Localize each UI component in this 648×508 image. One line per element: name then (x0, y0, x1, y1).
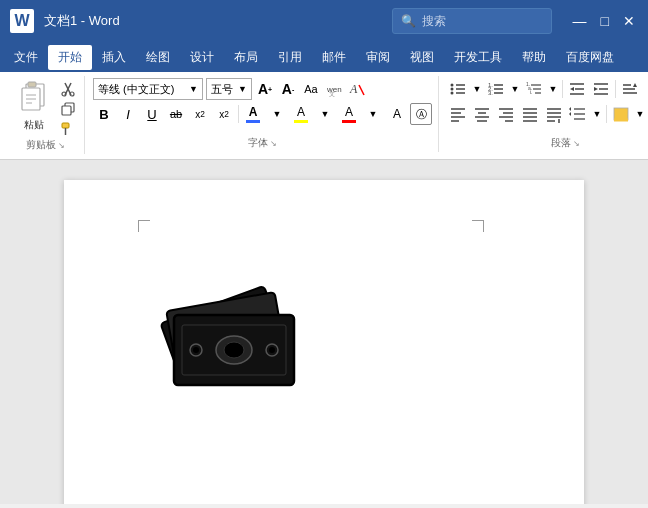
app-logo: W (8, 7, 36, 35)
svg-marker-73 (569, 112, 571, 116)
menu-view[interactable]: 视图 (400, 45, 444, 70)
svg-marker-47 (633, 83, 637, 87)
shading-dropdown[interactable]: ▼ (634, 103, 646, 125)
underline-button[interactable]: U (141, 103, 163, 125)
numbering-dropdown[interactable]: ▼ (509, 78, 521, 100)
align-center-button[interactable] (471, 103, 493, 125)
font-color-bar (246, 120, 260, 123)
text-color-dropdown[interactable]: ▼ (362, 103, 384, 125)
line-spacing-dropdown[interactable]: ▼ (591, 103, 603, 125)
menu-references[interactable]: 引用 (268, 45, 312, 70)
show-marks-button[interactable]: ¶ (643, 78, 648, 100)
search-box[interactable]: 🔍 搜索 (392, 8, 552, 34)
maximize-button[interactable]: □ (596, 11, 614, 31)
font-color-button[interactable]: A (242, 103, 264, 125)
svg-rect-11 (62, 106, 71, 115)
menu-design[interactable]: 设计 (180, 45, 224, 70)
para-row-2: ▼ ▼ ▼ (447, 103, 648, 125)
menu-mailings[interactable]: 邮件 (312, 45, 356, 70)
sort-button[interactable] (619, 78, 641, 100)
document-area[interactable] (0, 160, 648, 504)
menu-developer[interactable]: 开发工具 (444, 45, 512, 70)
svg-point-9 (70, 92, 74, 96)
bold-button[interactable]: B (93, 103, 115, 125)
paragraph-expand-icon[interactable]: ↘ (573, 139, 580, 148)
decrease-font-button[interactable]: A- (278, 79, 298, 99)
svg-point-22 (451, 92, 454, 95)
subscript-button[interactable]: x2 (189, 103, 211, 125)
paste-button[interactable]: 粘贴 (12, 78, 56, 134)
menu-bar: 文件 开始 插入 绘图 设计 布局 引用 邮件 审阅 视图 开发工具 帮助 百度… (0, 42, 648, 72)
menu-home[interactable]: 开始 (48, 45, 92, 70)
line-spacing-button[interactable] (567, 103, 589, 125)
menu-help[interactable]: 帮助 (512, 45, 556, 70)
document-image[interactable] (154, 270, 314, 390)
svg-point-8 (62, 92, 66, 96)
text-color-button[interactable]: A (338, 103, 360, 125)
font-name-selector[interactable]: 等线 (中文正文) ▼ (93, 78, 203, 100)
decrease-indent-button[interactable] (566, 78, 588, 100)
document-page[interactable] (64, 180, 584, 504)
svg-point-88 (269, 347, 275, 353)
svg-rect-12 (62, 123, 69, 128)
clipboard-sub-buttons (58, 80, 78, 138)
shading-button[interactable] (610, 103, 632, 125)
font-row-1: 等线 (中文正文) ▼ 五号 ▼ A+ A- Aa wen文 A (93, 78, 432, 100)
clipboard-expand-icon[interactable]: ↘ (58, 141, 65, 150)
svg-marker-37 (570, 87, 574, 91)
menu-draw[interactable]: 绘图 (136, 45, 180, 70)
font-dropdown-icon: ▼ (189, 84, 198, 94)
para-row-1: ▼ 1.2.3. ▼ 1.a.i. ▼ (447, 78, 648, 100)
paste-icon (16, 80, 52, 116)
menu-layout[interactable]: 布局 (224, 45, 268, 70)
multilevel-button[interactable]: 1.a.i. (523, 78, 545, 100)
clipboard-group: 粘贴 剪贴板 ↘ (6, 76, 85, 154)
increase-indent-button[interactable] (590, 78, 612, 100)
strikethrough-button[interactable]: ab (165, 103, 187, 125)
page-corner-tl (138, 220, 150, 232)
svg-text:i.: i. (530, 89, 533, 95)
increase-font-button[interactable]: A+ (255, 79, 275, 99)
close-button[interactable]: ✕ (618, 11, 640, 31)
svg-point-18 (451, 84, 454, 87)
money-icon-svg (154, 270, 314, 390)
minimize-button[interactable]: — (568, 11, 592, 31)
page-corner-tr (472, 220, 484, 232)
clear-format-button[interactable]: A (347, 79, 367, 99)
bullets-button[interactable] (447, 78, 469, 100)
svg-point-86 (193, 347, 199, 353)
menu-baidu[interactable]: 百度网盘 (556, 45, 624, 70)
font-size-selector[interactable]: 五号 ▼ (206, 78, 252, 100)
svg-text:3.: 3. (488, 90, 493, 96)
align-left-button[interactable] (447, 103, 469, 125)
char-border-button[interactable]: Ⓐ (410, 103, 432, 125)
italic-button[interactable]: I (117, 103, 139, 125)
highlight-dropdown[interactable]: ▼ (314, 103, 336, 125)
menu-file[interactable]: 文件 (4, 45, 48, 70)
font-divider (238, 105, 239, 123)
distributed-button[interactable] (543, 103, 565, 125)
multilevel-dropdown[interactable]: ▼ (547, 78, 559, 100)
format-painter-button[interactable] (58, 120, 78, 138)
word-logo-icon: W (10, 9, 34, 33)
copy-button[interactable] (58, 100, 78, 118)
menu-insert[interactable]: 插入 (92, 45, 136, 70)
justify-button[interactable] (519, 103, 541, 125)
superscript-button[interactable]: x2 (213, 103, 235, 125)
menu-review[interactable]: 审阅 (356, 45, 400, 70)
numbering-button[interactable]: 1.2.3. (485, 78, 507, 100)
font-expand-icon[interactable]: ↘ (270, 139, 277, 148)
highlight-button[interactable]: A (290, 103, 312, 125)
cut-button[interactable] (58, 80, 78, 98)
font-row-2: B I U ab x2 x2 A ▼ A ▼ A (93, 103, 432, 125)
search-placeholder: 搜索 (422, 13, 446, 30)
change-case-button[interactable]: Aa (301, 79, 321, 99)
svg-point-84 (224, 342, 244, 358)
char-shade-button[interactable]: A (386, 103, 408, 125)
svg-text:文: 文 (329, 90, 335, 97)
bullets-dropdown[interactable]: ▼ (471, 78, 483, 100)
phonetic-guide-button[interactable]: wen文 (324, 79, 344, 99)
align-right-button[interactable] (495, 103, 517, 125)
font-color-dropdown[interactable]: ▼ (266, 103, 288, 125)
paste-label: 粘贴 (24, 118, 44, 132)
